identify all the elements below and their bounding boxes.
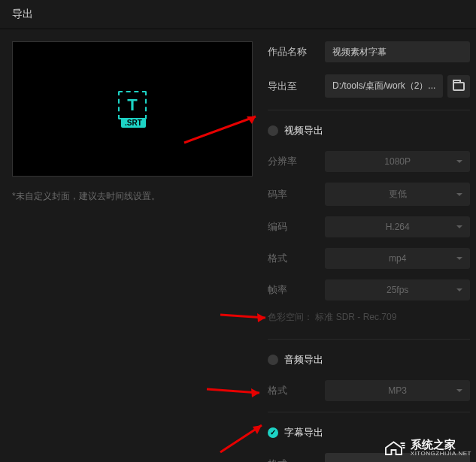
video-export-label: 视频导出	[284, 124, 323, 137]
name-row: 作品名称	[268, 41, 470, 62]
video-format-label: 格式	[268, 252, 325, 265]
resolution-label: 分辨率	[268, 155, 325, 168]
dialog-header: 导出	[0, 0, 476, 29]
name-label: 作品名称	[268, 45, 325, 59]
resolution-value: 1080P	[384, 156, 411, 167]
export-to-label: 导出至	[268, 80, 325, 93]
subtitle-export-checkbox[interactable]	[268, 427, 278, 438]
colorspace-label: 色彩空间：	[268, 312, 313, 322]
srt-badge: .SRT	[121, 118, 146, 128]
chevron-down-icon	[456, 257, 462, 260]
fps-select: 25fps	[325, 279, 470, 300]
bitrate-row: 码率 更低	[268, 183, 470, 206]
codec-select: H.264	[325, 216, 470, 237]
bitrate-label: 码率	[268, 188, 325, 201]
name-input[interactable]	[325, 41, 470, 62]
codec-value: H.264	[386, 222, 410, 232]
video-format-value: mp4	[389, 253, 406, 264]
chevron-down-icon	[456, 193, 462, 196]
audio-export-label: 音频导出	[284, 353, 323, 367]
audio-export-checkbox[interactable]	[268, 355, 278, 365]
browse-folder-button[interactable]	[447, 75, 470, 98]
srt-icon: T .SRT	[118, 91, 147, 128]
dialog-title: 导出	[12, 8, 33, 20]
colorspace-value: 标准 SDR - Rec.709	[315, 312, 396, 322]
video-format-select: mp4	[325, 248, 470, 269]
text-t-icon: T	[118, 91, 147, 119]
video-format-row: 格式 mp4	[268, 248, 470, 269]
watermark-main: 系统之家	[411, 439, 471, 451]
watermark-sub: XITONGZHIJIA.NET	[411, 451, 471, 457]
divider	[268, 339, 470, 340]
fps-row: 帧率 25fps	[268, 279, 470, 300]
left-column: T .SRT *未自定义封面，建议去时间线设置。	[12, 41, 253, 462]
audio-format-select: MP3	[325, 380, 470, 401]
codec-row: 编码 H.264	[268, 216, 470, 237]
audio-format-row: 格式 MP3	[268, 380, 470, 401]
chevron-down-icon	[456, 160, 462, 163]
watermark: 系统之家 XITONGZHIJIA.NET	[384, 438, 471, 457]
preview-note: *未自定义封面，建议去时间线设置。	[12, 190, 253, 203]
audio-format-value: MP3	[388, 385, 407, 396]
chevron-down-icon	[456, 225, 462, 228]
codec-label: 编码	[268, 220, 325, 234]
bitrate-value: 更低	[389, 188, 407, 201]
video-export-checkbox[interactable]	[268, 125, 278, 136]
watermark-logo-icon	[384, 438, 406, 457]
divider	[268, 110, 470, 110]
chevron-down-icon	[456, 389, 462, 392]
preview-thumbnail[interactable]: T .SRT	[12, 41, 253, 177]
fps-label: 帧率	[268, 283, 325, 297]
subtitle-format-label: 格式	[268, 457, 325, 462]
resolution-row: 分辨率 1080P	[268, 151, 470, 172]
chevron-down-icon	[456, 288, 462, 291]
export-path-row: 导出至 D:/tools/桌面/work（2）...	[268, 74, 470, 98]
divider	[268, 412, 470, 412]
video-export-toggle: 视频导出	[268, 124, 470, 137]
right-column: 作品名称 导出至 D:/tools/桌面/work（2）... 视频导出 分辨率…	[268, 41, 476, 462]
export-path-display: D:/tools/桌面/work（2）...	[325, 74, 443, 98]
resolution-select: 1080P	[325, 151, 470, 172]
folder-icon	[453, 82, 465, 91]
bitrate-select: 更低	[325, 183, 470, 206]
fps-value: 25fps	[387, 285, 408, 295]
watermark-text: 系统之家 XITONGZHIJIA.NET	[411, 439, 471, 457]
subtitle-export-label: 字幕导出	[284, 426, 323, 439]
content-area: T .SRT *未自定义封面，建议去时间线设置。 作品名称 导出至 D:/too…	[0, 29, 476, 462]
audio-format-label: 格式	[268, 384, 325, 397]
colorspace-row: 色彩空间： 标准 SDR - Rec.709	[268, 311, 470, 324]
audio-export-toggle: 音频导出	[268, 353, 470, 367]
